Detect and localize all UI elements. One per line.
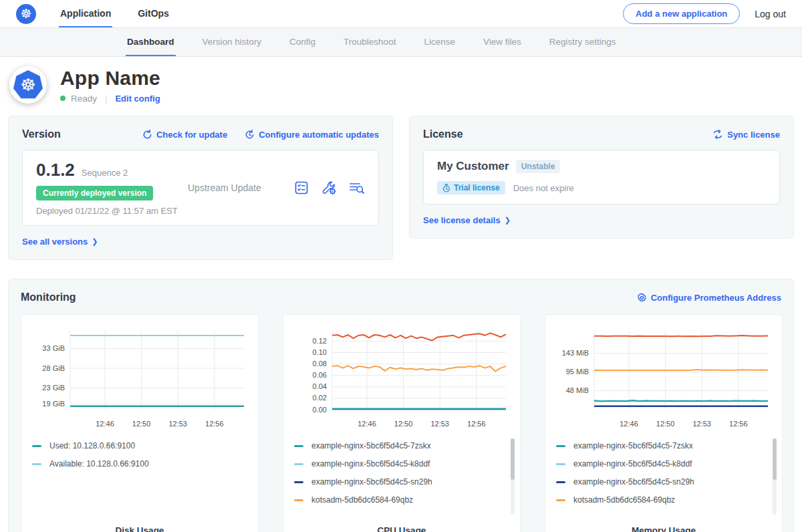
legend-item: kotsadm-5db6dc6584-69qbz [556,495,771,505]
current-version-panel: 0.1.2 Sequence 2 Currently deployed vers… [22,150,379,226]
version-card-links: Check for update Configure automatic upd… [142,130,379,140]
svg-text:0.06: 0.06 [313,371,327,379]
subtab-config[interactable]: Config [288,28,317,56]
configure-automatic-updates-link[interactable]: Configure automatic updates [245,130,379,140]
disk-usage-legend: Used: 10.128.0.66:9100Available: 10.128.… [32,438,247,520]
charts-row: 19 GiB23 GiB28 GiB33 GiB12:4612:5012:531… [21,314,781,532]
chevron-right-icon: ❯ [92,237,98,246]
subtab-view-files[interactable]: View files [482,28,523,56]
disk-usage-chart-title: Disk Usage [32,520,247,532]
edit-config-icon[interactable] [321,180,337,195]
subtab-troubleshoot[interactable]: Troubleshoot [342,28,397,56]
divider: | [102,94,110,104]
logout-button[interactable]: Log out [755,9,786,19]
legend-item: example-nginx-5bc6f5d4c5-7zskx [556,441,771,450]
legend-item: example-nginx-5bc6f5d4c5-k8ddf [556,459,771,469]
stopwatch-icon [442,184,450,192]
series-color-dash-icon [294,445,303,447]
subtab-registry-settings[interactable]: Registry settings [548,28,618,56]
chevron-right-icon: ❯ [505,216,511,225]
legend-label: example-nginx-5bc6f5d4c5-sn29h [573,477,694,487]
series-color-dash-icon [556,499,565,501]
legend-scrollbar[interactable] [511,438,515,515]
subtab-dashboard[interactable]: Dashboard [126,28,176,56]
subtab-license[interactable]: License [422,28,456,56]
version-number: 0.1.2 [36,160,75,180]
see-all-versions-row: See all versions ❯ [22,235,379,247]
legend-scrollbar-thumb[interactable] [773,438,777,480]
tab-gitops[interactable]: GitOps [136,0,170,27]
memory-usage-chart-title: Memory Usage [556,520,771,532]
top-nav: ☸ Application GitOps Add a new applicati… [0,0,802,28]
monitoring-title: Monitoring [21,291,76,303]
svg-text:0.00: 0.00 [313,406,327,414]
series-color-dash-icon [294,481,303,483]
svg-text:12:50: 12:50 [132,420,151,428]
svg-text:143 MiB: 143 MiB [562,349,589,357]
monitoring-links: Configure Prometheus Address [637,293,781,303]
check-for-update-link[interactable]: Check for update [142,130,227,140]
app-logo: ☸ [9,66,47,104]
add-application-button[interactable]: Add a new application [623,3,740,24]
legend-label: example-nginx-5bc6f5d4c5-sn29h [311,477,432,487]
license-type-label: Trial license [454,183,500,192]
svg-text:12:46: 12:46 [620,420,638,428]
svg-text:12:53: 12:53 [168,420,187,428]
series-color-dash-icon [556,481,565,483]
subtab-version-history[interactable]: Version history [201,28,263,56]
svg-text:95 MiB: 95 MiB [566,368,589,376]
see-license-details-link[interactable]: See license details ❯ [423,215,511,225]
license-card: License Sync license My Customer Unstabl… [409,116,794,239]
app-status-row: Ready | Edit config [60,94,160,104]
version-card-title: Version [22,128,61,140]
legend-label: kotsadm-5db6dc6584-69qbz [573,495,675,505]
svg-text:0.04: 0.04 [313,382,327,390]
cpu-usage-chart-title: CPU Usage [294,520,509,532]
see-license-details-label: See license details [423,215,501,225]
version-card-header: Version Check for update Configure autom… [22,128,379,140]
svg-text:33 GiB: 33 GiB [42,344,65,352]
configure-prometheus-link[interactable]: Configure Prometheus Address [637,293,781,303]
svg-text:28 GiB: 28 GiB [42,364,65,372]
disk-usage-chart: 19 GiB23 GiB28 GiB33 GiB12:4612:5012:531… [32,324,249,432]
version-card: Version Check for update Configure autom… [8,116,393,260]
tab-application-label: Application [60,8,111,19]
svg-text:0.02: 0.02 [313,394,327,402]
legend-label: Available: 10.128.0.66:9100 [49,459,149,469]
app-kubernetes-icon: ☸ [13,70,43,100]
series-color-dash-icon [294,463,303,465]
legend-label: kotsadm-5db6dc6584-69qbz [311,495,413,505]
series-color-dash-icon [32,463,41,465]
legend-label: example-nginx-5bc6f5d4c5-k8ddf [573,459,692,469]
see-license-details-row: See license details ❯ [423,214,780,226]
deployed-timestamp: Deployed 01/21/22 @ 11:57 am EST [36,206,180,216]
legend-item: example-nginx-5bc6f5d4c5-sn29h [294,477,509,487]
series-color-dash-icon [556,463,565,465]
refresh-icon [142,130,152,140]
channel-badge: Unstable [516,160,561,173]
cpu-usage-legend: example-nginx-5bc6f5d4c5-7zskxexample-ng… [294,438,509,520]
edit-config-link[interactable]: Edit config [115,94,160,104]
legend-scrollbar-thumb[interactable] [511,438,515,480]
sync-license-label: Sync license [727,130,780,140]
see-all-versions-link[interactable]: See all versions ❯ [22,237,98,247]
deploy-logs-icon[interactable] [349,180,365,195]
version-sequence: Sequence 2 [82,168,128,178]
svg-text:12:46: 12:46 [358,420,376,428]
see-all-versions-label: See all versions [22,237,88,247]
clock-history-icon [245,130,255,140]
legend-item: Available: 10.128.0.66:9100 [32,459,247,469]
license-card-header: License Sync license [423,128,780,140]
svg-text:12:50: 12:50 [656,420,675,428]
tab-application[interactable]: Application [59,0,112,27]
sync-icon [712,130,723,139]
license-panel: My Customer Unstable Trial license Does … [423,150,780,205]
sync-license-link[interactable]: Sync license [712,130,780,140]
cpu-usage-chart-card: 0.000.020.040.060.080.100.1212:4612:5012… [283,314,521,532]
customer-name: My Customer [437,160,509,173]
release-notes-icon[interactable] [294,180,309,195]
license-card-links: Sync license [712,130,780,140]
memory-usage-legend: example-nginx-5bc6f5d4c5-7zskxexample-ng… [556,438,771,520]
svg-text:12:53: 12:53 [430,420,449,428]
legend-scrollbar[interactable] [773,438,777,515]
